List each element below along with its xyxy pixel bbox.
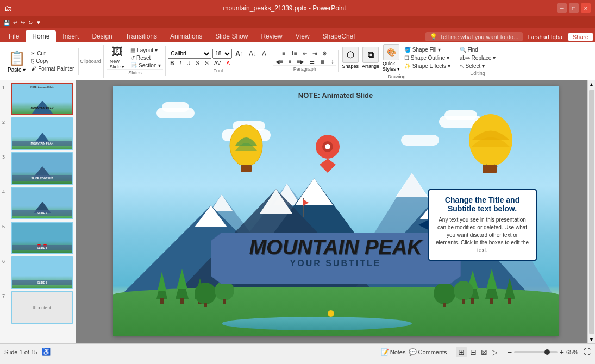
scroll-down-button[interactable]: ▼ <box>588 335 595 343</box>
qat-more-button[interactable]: ▼ <box>36 20 41 26</box>
slide-thumb-5[interactable]: 5 SLIDE 5 <box>2 222 73 254</box>
align-right-button[interactable]: ≡▶ <box>295 58 307 65</box>
clear-format-button[interactable]: A <box>260 49 268 58</box>
save-qat-button[interactable]: 💾 <box>3 20 10 26</box>
scroll-up-button[interactable]: ▲ <box>588 80 595 89</box>
decrease-indent-button[interactable]: ⇤ <box>300 50 309 57</box>
slideshow-button[interactable]: ▷ <box>491 347 499 357</box>
spacing-button[interactable]: AV <box>212 60 223 67</box>
zoom-out-button[interactable]: − <box>508 348 512 356</box>
tab-home[interactable]: Home <box>26 30 56 42</box>
svg-marker-18 <box>396 173 428 197</box>
underline-button[interactable]: U <box>184 60 192 67</box>
svg-rect-50 <box>204 303 207 307</box>
main-title-text[interactable]: MOUNTAIN PEAK YOUR SUBTITLE <box>211 237 461 268</box>
banner-ribbon[interactable]: MOUNTAIN PEAK YOUR SUBTITLE <box>211 233 461 284</box>
reset-button[interactable]: ↺ Reset <box>128 54 163 61</box>
shadow-button[interactable]: S <box>203 60 211 67</box>
minimize-button[interactable]: ─ <box>557 3 567 13</box>
slide-thumb-7[interactable]: 7 ≡ content <box>2 291 73 324</box>
fit-slide-button[interactable]: ⛶ <box>584 348 591 356</box>
font-name-select[interactable]: Calibri <box>168 49 211 59</box>
layout-button[interactable]: ▤ Layout ▾ <box>128 47 163 54</box>
quick-styles-button[interactable]: 🎨 QuickStyles ▾ <box>381 43 401 73</box>
canvas-area[interactable]: ▲ ▼ NOTE: Animated Slide <box>76 80 595 343</box>
tab-animations[interactable]: Animations <box>164 30 209 42</box>
slide-canvas[interactable]: NOTE: Animated Slide <box>113 86 559 336</box>
shape-fill-button[interactable]: 🪣 Shape Fill ▾ <box>402 46 453 53</box>
shapes-button[interactable]: ⬡ Shapes <box>341 46 360 70</box>
font-color-button[interactable]: A <box>224 60 232 67</box>
cut-button[interactable]: ✂ Cut <box>29 50 76 57</box>
slide-thumb-4[interactable]: 4 SLIDE 4 <box>2 187 73 219</box>
accessibility-icon[interactable]: ♿ <box>42 348 51 356</box>
font-decrease-button[interactable]: A↓ <box>247 49 259 58</box>
align-left-button[interactable]: ◀≡ <box>273 58 285 65</box>
user-name: Farshad Iqbal <box>527 34 563 40</box>
replace-button[interactable]: ab⇒ Replace ▾ <box>458 54 498 61</box>
section-button[interactable]: 📑 Section ▾ <box>128 62 163 69</box>
zoom-slider[interactable] <box>514 351 558 353</box>
slide-image-1[interactable]: NOTE: Animated Slide MOUNTAIN PEAK <box>11 83 73 115</box>
slide-image-3[interactable]: SLIDE CONTENT <box>11 152 73 185</box>
font-size-select[interactable]: 18 <box>212 49 232 59</box>
clipboard-label: Clipboard <box>80 58 101 65</box>
select-button[interactable]: ↖ Select ▾ <box>458 62 498 70</box>
bullets-button[interactable]: ≡ <box>280 50 288 57</box>
repeat-button[interactable]: ↻ <box>28 20 33 26</box>
strikethrough-button[interactable]: S <box>194 60 202 67</box>
slide-thumb-2[interactable]: 2 MOUNTAIN PEAK <box>2 117 73 150</box>
slide-sorter-button[interactable]: ⊟ <box>469 347 478 357</box>
shape-effects-button[interactable]: ✨ Shape Effects ▾ <box>402 62 453 70</box>
close-button[interactable]: ✕ <box>581 3 591 13</box>
slide-image-6[interactable]: SLIDE 6 <box>11 256 73 289</box>
svg-rect-37 <box>180 298 184 304</box>
italic-button[interactable]: I <box>177 60 183 67</box>
tab-view[interactable]: View <box>289 30 316 42</box>
slide-note-text: NOTE: Animated Slide <box>298 91 373 99</box>
tooltip-box[interactable]: Change the Title and Subtitle text below… <box>428 189 537 261</box>
slide-image-4[interactable]: SLIDE 4 <box>11 187 73 219</box>
redo-button[interactable]: ↪ <box>21 20 25 26</box>
numbering-button[interactable]: 1≡ <box>289 50 299 57</box>
tab-insert[interactable]: Insert <box>56 30 85 42</box>
normal-view-button[interactable]: ⊞ <box>456 347 467 357</box>
slide-image-5[interactable]: SLIDE 5 <box>11 222 73 254</box>
tell-me-bar[interactable]: 💡 Tell me what you want to do... <box>425 32 523 41</box>
notes-button[interactable]: 📝 Notes <box>381 348 406 356</box>
justify-button[interactable]: ☰ <box>308 58 317 65</box>
paragraph-group: ≡ 1≡ ⇤ ⇥ ⚙ ◀≡ ≡ ≡▶ ☰ ⫼ ↕ Paragraph <box>271 50 339 72</box>
find-button[interactable]: 🔍 Find <box>458 46 498 53</box>
shape-outline-button[interactable]: ☐ Shape Outline ▾ <box>402 54 453 61</box>
reading-view-button[interactable]: ⊠ <box>480 347 488 357</box>
columns-button[interactable]: ⫼ <box>318 58 328 65</box>
font-increase-button[interactable]: A↑ <box>233 49 246 58</box>
tab-shapechef[interactable]: ShapeChef <box>316 30 362 42</box>
tab-slideshow[interactable]: Slide Show <box>209 30 254 42</box>
tab-review[interactable]: Review <box>254 30 289 42</box>
zoom-in-button[interactable]: + <box>560 348 564 356</box>
comments-button[interactable]: 💬 Comments <box>409 348 447 356</box>
align-center-button[interactable]: ≡ <box>286 58 294 65</box>
format-painter-button[interactable]: 🖌 Format Painter <box>29 65 76 72</box>
tab-file[interactable]: File <box>2 30 26 42</box>
tab-design[interactable]: Design <box>85 30 118 42</box>
line-spacing-button[interactable]: ↕ <box>329 58 336 65</box>
slide-image-7[interactable]: ≡ content <box>11 291 73 324</box>
slide-thumb-3[interactable]: 3 SLIDE CONTENT <box>2 152 73 185</box>
new-slide-button[interactable]: 🖼 NewSlide ▾ <box>107 46 128 69</box>
paragraph-label: Paragraph <box>273 65 336 72</box>
smartart-button[interactable]: ⚙ <box>320 50 329 57</box>
paste-button[interactable]: 📋 Paste ▾ <box>4 49 29 74</box>
slide-image-2[interactable]: MOUNTAIN PEAK <box>11 117 73 150</box>
arrange-button[interactable]: ⧉ Arrange <box>361 46 380 70</box>
maximize-button[interactable]: □ <box>569 3 579 13</box>
share-button[interactable]: Share <box>568 33 593 41</box>
slide-thumb-1[interactable]: 1 NOTE: Animated Slide MOUNTAIN PEAK <box>2 83 73 115</box>
undo-button[interactable]: ↩ <box>13 20 17 26</box>
bold-button[interactable]: B <box>168 60 176 67</box>
tab-transitions[interactable]: Transitions <box>119 30 164 42</box>
increase-indent-button[interactable]: ⇥ <box>310 50 319 57</box>
slide-thumb-6[interactable]: 6 SLIDE 6 <box>2 256 73 289</box>
copy-button[interactable]: ⎘ Copy <box>29 58 76 65</box>
